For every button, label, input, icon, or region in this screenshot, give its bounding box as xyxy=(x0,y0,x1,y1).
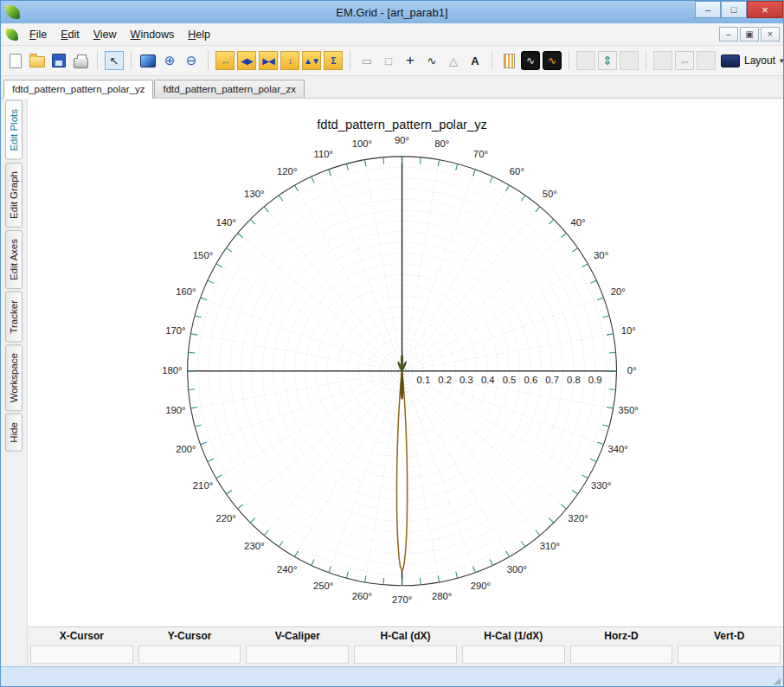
mdi-restore-button[interactable]: ▣ xyxy=(740,27,759,42)
zoom-in-button[interactable]: ⊕ xyxy=(160,51,179,70)
resize-grip[interactable]: ◢ xyxy=(774,676,781,685)
angle-label-200: 200° xyxy=(176,444,196,454)
region-select-button[interactable]: ▭ xyxy=(357,51,376,70)
status-cell-h-cal-1-dx xyxy=(462,645,565,664)
spacer-b-button[interactable] xyxy=(620,51,639,70)
palette-button[interactable] xyxy=(499,51,518,70)
spacer-a-button[interactable] xyxy=(576,51,595,70)
v-scroll-button[interactable]: ▲▼ xyxy=(302,51,321,70)
toolbar-separator xyxy=(131,51,132,70)
open-button[interactable] xyxy=(28,51,47,70)
pointer-tool-button[interactable]: ↖ xyxy=(105,51,124,70)
side-tab-hide[interactable]: Hide xyxy=(5,414,22,452)
bottom-status-strip: ◢ xyxy=(1,666,783,686)
minor-lobe-down xyxy=(402,371,403,399)
minimize-button[interactable]: – xyxy=(695,1,721,18)
save-button[interactable] xyxy=(49,51,68,70)
tab-fdtd-pattern-pattern-polar-yz[interactable]: fdtd_pattern_pattern_polar_yz xyxy=(3,80,153,99)
side-tab-edit-graph[interactable]: Edit Graph xyxy=(5,163,22,228)
mdi-minimize-button[interactable]: – xyxy=(719,27,738,42)
status-col-x-cursor: X-Cursor xyxy=(28,627,136,645)
mdi-close-button[interactable]: × xyxy=(761,27,780,42)
angle-label-30: 30° xyxy=(594,250,608,260)
angle-label-330: 330° xyxy=(591,480,611,491)
print-button[interactable] xyxy=(71,51,90,70)
angle-label-310: 310° xyxy=(540,541,560,551)
chevron-down-icon: ▾ xyxy=(780,56,784,65)
crosshair-tool-button[interactable]: + xyxy=(401,51,420,70)
radial-label-0.6: 0.6 xyxy=(524,375,537,385)
angle-label-140: 140° xyxy=(215,217,235,228)
radial-label-0.5: 0.5 xyxy=(503,375,517,385)
menu-windows[interactable]: Windows xyxy=(124,26,182,43)
toolbar-separator xyxy=(646,51,646,70)
zoom-window-button[interactable] xyxy=(138,51,157,70)
radial-label-0.1: 0.1 xyxy=(416,375,430,385)
angle-label-60: 60° xyxy=(510,166,524,177)
menu-bar: FileEditViewWindowsHelp – ▣ × xyxy=(1,23,783,46)
slope-tool-button[interactable]: △ xyxy=(444,51,463,70)
h-scroll-button[interactable]: ◀▶ xyxy=(237,51,256,70)
h-fit-button[interactable]: ⇔ xyxy=(675,51,694,70)
h-center-button[interactable]: ▶◀ xyxy=(259,51,278,70)
toolbar-separator xyxy=(350,51,350,70)
angle-label-0: 0° xyxy=(627,365,637,376)
menu-file[interactable]: File xyxy=(22,26,54,43)
angle-label-340: 340° xyxy=(608,444,628,454)
status-cell-horz-d xyxy=(570,645,673,664)
angle-label-180: 180° xyxy=(162,365,182,376)
radial-labels: 0.10.20.30.40.50.60.70.80.9 xyxy=(416,375,601,385)
new-document-button[interactable] xyxy=(6,51,25,70)
angle-label-50: 50° xyxy=(543,189,557,199)
chart-title: fdtd_pattern_pattern_polar_yz xyxy=(317,118,487,132)
v-fit-button[interactable]: ⇕ xyxy=(598,51,617,70)
trace-tool-button[interactable]: ∿ xyxy=(422,51,441,70)
angle-label-20: 20° xyxy=(611,286,626,297)
side-tab-workspace[interactable]: Workspace xyxy=(5,344,22,411)
angle-label-160: 160° xyxy=(176,286,196,297)
menu-view[interactable]: View xyxy=(87,26,124,43)
v-extents-button[interactable]: ↕ xyxy=(280,51,299,70)
side-tab-edit-plots[interactable]: Edit Plots xyxy=(5,100,22,160)
side-tab-tracker[interactable]: Tracker xyxy=(5,292,22,343)
angle-label-190: 190° xyxy=(165,405,185,415)
spacer-d-button[interactable] xyxy=(697,51,716,70)
angle-label-170: 170° xyxy=(165,325,185,336)
angle-label-260: 260° xyxy=(352,591,372,601)
spacer-c-button[interactable] xyxy=(653,51,672,70)
angle-label-290: 290° xyxy=(471,581,491,591)
radial-label-0.7: 0.7 xyxy=(545,375,559,385)
layout-dropdown[interactable]: Layout ▾ xyxy=(716,52,784,70)
status-cell-h-cal-dx xyxy=(354,645,457,664)
menu-help[interactable]: Help xyxy=(181,26,217,43)
angle-label-40: 40° xyxy=(571,217,586,228)
text-tool-button[interactable]: A xyxy=(466,51,485,70)
angle-label-240: 240° xyxy=(277,564,297,575)
close-button[interactable]: × xyxy=(747,1,783,18)
angle-label-70: 70° xyxy=(473,149,488,159)
box-select-button[interactable]: □ xyxy=(379,51,398,70)
save-button-icon xyxy=(52,54,66,67)
status-cell-x-cursor xyxy=(30,645,133,664)
angle-label-270: 270° xyxy=(392,594,412,605)
toolbar: ↖⊕⊖↔◀▶▶◀↕▲▼Σ▭□+∿△A∿∿⇕⇔ Layout ▾ xyxy=(1,46,783,76)
new-document-button-icon xyxy=(10,54,22,68)
zoom-window-button-icon xyxy=(140,55,156,67)
trace-style-dark-button[interactable]: ∿ xyxy=(521,51,540,70)
open-button-icon xyxy=(29,56,45,67)
trace-style-color-button[interactable]: ∿ xyxy=(543,51,562,70)
menu-edit[interactable]: Edit xyxy=(54,26,87,43)
h-extents-button[interactable]: ↔ xyxy=(215,51,235,70)
palette-button-icon xyxy=(504,54,515,68)
fit-all-button[interactable]: Σ xyxy=(324,51,343,70)
tab-fdtd-pattern-pattern-polar-zx[interactable]: fdtd_pattern_pattern_polar_zx xyxy=(154,80,304,98)
side-tab-edit-axes[interactable]: Edit Axes xyxy=(5,230,22,289)
angle-label-280: 280° xyxy=(432,591,452,601)
maximize-button[interactable]: □ xyxy=(721,1,747,18)
status-header-row: X-CursorY-CursorV-CaliperH-Cal (dX)H-Cal… xyxy=(28,626,783,645)
zoom-out-button[interactable]: ⊖ xyxy=(182,51,201,70)
polar-plot-canvas[interactable]: 0°10°20°30°40°50°60°70°80°90°100°110°120… xyxy=(28,99,783,626)
angle-label-120: 120° xyxy=(277,166,297,177)
status-col-vert-d: Vert-D xyxy=(675,627,783,645)
status-col-v-caliper: V-Caliper xyxy=(243,627,351,645)
